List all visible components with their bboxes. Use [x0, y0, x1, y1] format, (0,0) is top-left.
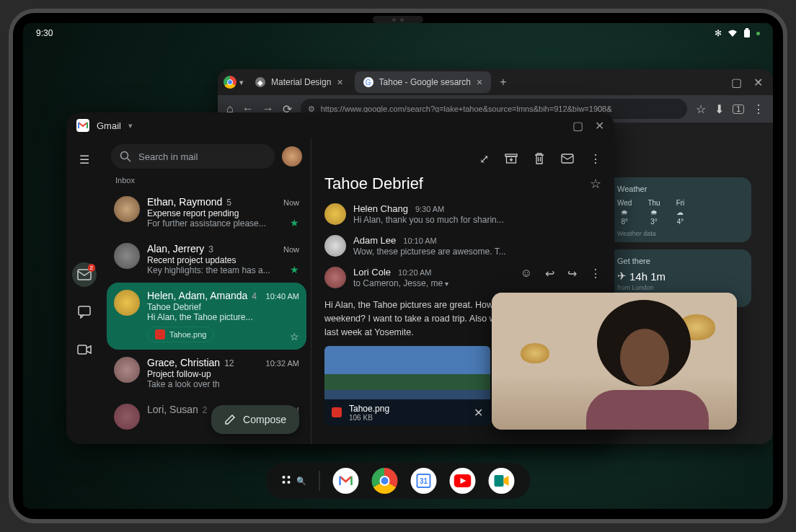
app-drawer-icon[interactable]: 🔍	[282, 475, 306, 487]
tab-label: Material Design	[271, 77, 331, 87]
maximize-icon[interactable]: ▢	[731, 76, 742, 89]
attachment-preview[interactable]: Tahoe.png 106 KB ✕	[324, 346, 490, 425]
message-collapsed[interactable]: Adam Lee10:10 AM Wow, these picturese ar…	[324, 235, 601, 257]
meet-icon[interactable]	[72, 337, 97, 362]
chevron-down-icon[interactable]: ▾	[239, 78, 244, 87]
more-icon[interactable]: ⋮	[590, 267, 601, 280]
attachment-chip[interactable]: Tahoe.png	[147, 327, 214, 342]
svg-rect-17	[495, 475, 504, 487]
chevron-down-icon[interactable]: ▾	[445, 280, 448, 288]
tab-label: Tahoe - Google sesarch	[379, 77, 471, 87]
image-icon	[155, 329, 165, 340]
taskbar-youtube-icon[interactable]	[450, 468, 476, 494]
pencil-icon	[224, 414, 236, 425]
star-icon[interactable]: ★	[290, 264, 299, 275]
message-collapsed[interactable]: Helen Chang9:30 AM Hi Alan, thank you so…	[324, 203, 601, 225]
weather-day: Thu🌧3°	[647, 199, 660, 226]
more-icon[interactable]: ⋮	[753, 102, 764, 116]
forward-icon[interactable]: ↪	[567, 267, 577, 280]
message-expanded[interactable]: Lori Cole10:20 AM to Cameron, Jesse, me …	[324, 267, 601, 288]
travel-title: Get there	[617, 257, 741, 265]
wifi-icon	[728, 29, 738, 37]
search-icon	[120, 151, 131, 162]
taskbar: 🔍 31	[266, 463, 531, 499]
download-icon[interactable]: ⬇	[715, 102, 724, 116]
expand-icon[interactable]: ⤢	[479, 152, 489, 166]
close-icon[interactable]: ✕	[474, 406, 483, 420]
taskbar-meet-icon[interactable]	[489, 468, 515, 494]
account-avatar[interactable]	[282, 146, 302, 167]
maximize-icon[interactable]: ▢	[572, 119, 583, 133]
tab-strip: ▾ ◆ Material Design × G Tahoe - Google s…	[218, 69, 773, 95]
app-title: Gmail	[97, 120, 121, 131]
svg-rect-1	[746, 28, 748, 30]
status-bar: 9:30 ✻	[23, 23, 773, 43]
archive-icon[interactable]	[505, 152, 518, 165]
compose-label: Compose	[243, 414, 286, 425]
favicon-icon: G	[363, 77, 373, 87]
attachment-size: 106 KB	[349, 414, 389, 422]
search-input[interactable]: Search in mail	[111, 144, 275, 169]
travel-from: from London	[617, 284, 741, 291]
tab-tahoe-search[interactable]: G Tahoe - Google sesarch ×	[355, 71, 492, 93]
svg-point-10	[283, 476, 286, 479]
emoji-icon[interactable]: ☺	[521, 267, 532, 280]
close-icon[interactable]: ×	[337, 76, 342, 88]
svg-rect-4	[78, 345, 87, 354]
gmail-titlebar: Gmail ▾ ▢ ✕	[66, 112, 614, 138]
bluetooth-icon: ✻	[715, 28, 722, 38]
svg-point-13	[288, 481, 291, 484]
thread-list: Search in mail Inbox Ethan, Raymond5Now …	[102, 138, 311, 444]
inbox-label: Inbox	[107, 169, 306, 189]
weather-source: Weather data	[617, 230, 741, 237]
taskbar-calendar-icon[interactable]: 31	[411, 468, 437, 494]
taskbar-gmail-icon[interactable]	[333, 468, 359, 494]
favicon-icon: ◆	[255, 77, 265, 87]
star-icon[interactable]: ☆	[590, 176, 601, 192]
thread-item[interactable]: Alan, Jerrery3Now Recent project updates…	[107, 236, 306, 283]
thread-item-selected[interactable]: Helen, Adam, Amanda410:40 AM Tahoe Debri…	[107, 283, 306, 350]
delete-icon[interactable]	[534, 152, 545, 165]
unread-badge: 2	[88, 264, 95, 272]
image-icon	[332, 407, 342, 417]
more-icon[interactable]: ⋮	[590, 152, 601, 166]
pip-video[interactable]	[492, 293, 737, 430]
taskbar-chrome-icon[interactable]	[372, 468, 398, 494]
nav-rail: ☰ 2	[66, 138, 102, 444]
status-dot-icon	[756, 32, 760, 35]
star-icon[interactable]: ☆	[696, 102, 706, 116]
svg-rect-3	[79, 306, 90, 315]
mail-icon[interactable]: 2	[72, 262, 97, 287]
clock: 9:30	[36, 28, 53, 38]
gmail-logo-icon	[76, 119, 89, 132]
conversation-subject: Tahoe Debrief	[324, 174, 423, 193]
svg-point-11	[288, 476, 291, 479]
weather-day: Wed🌧8°	[617, 199, 632, 226]
svg-rect-9	[562, 154, 573, 163]
search-icon: 🔍	[296, 476, 306, 486]
chevron-down-icon[interactable]: ▾	[128, 121, 133, 130]
plane-icon: ✈	[617, 270, 627, 283]
thread-item[interactable]: Grace, Christian1210:32 AM Project follo…	[107, 350, 306, 396]
svg-point-5	[121, 152, 128, 159]
svg-line-6	[128, 159, 131, 162]
new-tab-button[interactable]: +	[494, 76, 512, 89]
tabs-count-icon[interactable]: 1	[733, 105, 744, 114]
reply-icon[interactable]: ↩	[545, 267, 554, 280]
travel-duration: ✈14h 1m	[617, 270, 741, 283]
battery-icon	[743, 28, 751, 38]
compose-button[interactable]: Compose	[211, 405, 299, 434]
attachment-name: Tahoe.png	[349, 404, 389, 414]
star-icon[interactable]: ☆	[290, 331, 299, 342]
close-icon[interactable]: ✕	[595, 119, 604, 133]
menu-icon[interactable]: ☰	[72, 147, 97, 172]
thread-item[interactable]: Ethan, Raymond5Now Expense report pendin…	[107, 189, 306, 236]
star-icon[interactable]: ★	[290, 217, 299, 229]
chrome-icon	[224, 76, 236, 89]
chat-icon[interactable]	[72, 300, 97, 324]
close-icon[interactable]: ×	[477, 76, 482, 88]
weather-card[interactable]: Weather Wed🌧8° Thu🌧3° Fri☁4° Weather dat…	[607, 177, 751, 242]
mail-icon[interactable]	[561, 154, 574, 164]
tab-material-design[interactable]: ◆ Material Design ×	[247, 71, 352, 93]
close-icon[interactable]: ✕	[753, 76, 763, 89]
